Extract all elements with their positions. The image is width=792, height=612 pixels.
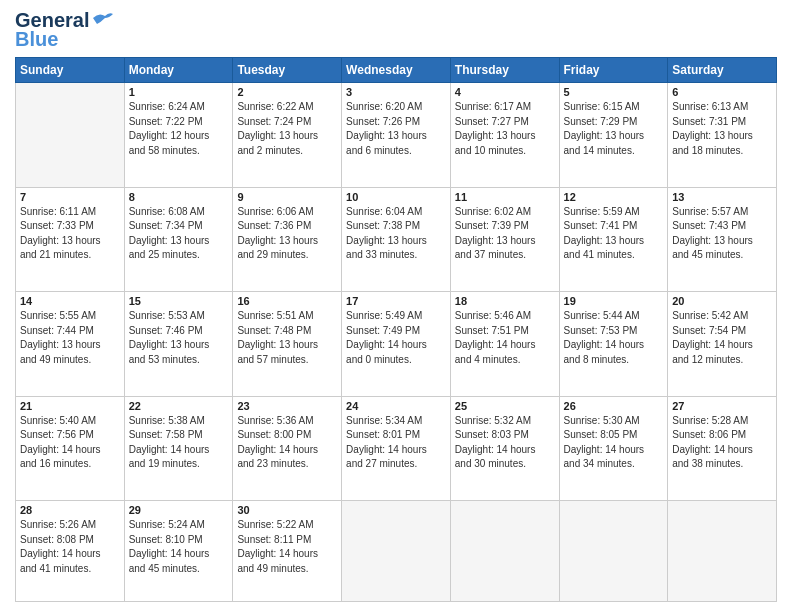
calendar-cell: 27Sunrise: 5:28 AM Sunset: 8:06 PM Dayli…: [668, 396, 777, 501]
calendar-cell: 3Sunrise: 6:20 AM Sunset: 7:26 PM Daylig…: [342, 83, 451, 188]
day-info: Sunrise: 5:51 AM Sunset: 7:48 PM Dayligh…: [237, 309, 337, 367]
day-info: Sunrise: 5:53 AM Sunset: 7:46 PM Dayligh…: [129, 309, 229, 367]
day-number: 30: [237, 504, 337, 516]
calendar-cell: 19Sunrise: 5:44 AM Sunset: 7:53 PM Dayli…: [559, 292, 668, 397]
calendar-cell: 6Sunrise: 6:13 AM Sunset: 7:31 PM Daylig…: [668, 83, 777, 188]
day-info: Sunrise: 5:22 AM Sunset: 8:11 PM Dayligh…: [237, 518, 337, 576]
day-number: 28: [20, 504, 120, 516]
calendar-table: SundayMondayTuesdayWednesdayThursdayFrid…: [15, 57, 777, 602]
day-info: Sunrise: 5:49 AM Sunset: 7:49 PM Dayligh…: [346, 309, 446, 367]
day-info: Sunrise: 5:26 AM Sunset: 8:08 PM Dayligh…: [20, 518, 120, 576]
calendar-cell: [16, 83, 125, 188]
calendar-week-4: 21Sunrise: 5:40 AM Sunset: 7:56 PM Dayli…: [16, 396, 777, 501]
day-number: 6: [672, 86, 772, 98]
day-number: 19: [564, 295, 664, 307]
calendar-cell: 1Sunrise: 6:24 AM Sunset: 7:22 PM Daylig…: [124, 83, 233, 188]
day-info: Sunrise: 6:24 AM Sunset: 7:22 PM Dayligh…: [129, 100, 229, 158]
day-info: Sunrise: 6:13 AM Sunset: 7:31 PM Dayligh…: [672, 100, 772, 158]
calendar-cell: 4Sunrise: 6:17 AM Sunset: 7:27 PM Daylig…: [450, 83, 559, 188]
day-info: Sunrise: 5:32 AM Sunset: 8:03 PM Dayligh…: [455, 414, 555, 472]
weekday-header-thursday: Thursday: [450, 58, 559, 83]
calendar-cell: 26Sunrise: 5:30 AM Sunset: 8:05 PM Dayli…: [559, 396, 668, 501]
day-info: Sunrise: 5:55 AM Sunset: 7:44 PM Dayligh…: [20, 309, 120, 367]
calendar-week-1: 1Sunrise: 6:24 AM Sunset: 7:22 PM Daylig…: [16, 83, 777, 188]
weekday-header-friday: Friday: [559, 58, 668, 83]
calendar-cell: 16Sunrise: 5:51 AM Sunset: 7:48 PM Dayli…: [233, 292, 342, 397]
calendar-cell: 24Sunrise: 5:34 AM Sunset: 8:01 PM Dayli…: [342, 396, 451, 501]
calendar-cell: 7Sunrise: 6:11 AM Sunset: 7:33 PM Daylig…: [16, 187, 125, 292]
day-number: 15: [129, 295, 229, 307]
weekday-header-saturday: Saturday: [668, 58, 777, 83]
day-number: 23: [237, 400, 337, 412]
day-info: Sunrise: 5:59 AM Sunset: 7:41 PM Dayligh…: [564, 205, 664, 263]
day-info: Sunrise: 5:30 AM Sunset: 8:05 PM Dayligh…: [564, 414, 664, 472]
day-number: 16: [237, 295, 337, 307]
calendar-cell: 11Sunrise: 6:02 AM Sunset: 7:39 PM Dayli…: [450, 187, 559, 292]
day-info: Sunrise: 6:02 AM Sunset: 7:39 PM Dayligh…: [455, 205, 555, 263]
calendar-cell: 5Sunrise: 6:15 AM Sunset: 7:29 PM Daylig…: [559, 83, 668, 188]
day-number: 29: [129, 504, 229, 516]
day-number: 9: [237, 191, 337, 203]
calendar-cell: 17Sunrise: 5:49 AM Sunset: 7:49 PM Dayli…: [342, 292, 451, 397]
day-info: Sunrise: 5:36 AM Sunset: 8:00 PM Dayligh…: [237, 414, 337, 472]
calendar-week-2: 7Sunrise: 6:11 AM Sunset: 7:33 PM Daylig…: [16, 187, 777, 292]
day-info: Sunrise: 5:34 AM Sunset: 8:01 PM Dayligh…: [346, 414, 446, 472]
day-info: Sunrise: 5:24 AM Sunset: 8:10 PM Dayligh…: [129, 518, 229, 576]
weekday-header-tuesday: Tuesday: [233, 58, 342, 83]
day-number: 3: [346, 86, 446, 98]
day-number: 12: [564, 191, 664, 203]
day-info: Sunrise: 6:04 AM Sunset: 7:38 PM Dayligh…: [346, 205, 446, 263]
day-info: Sunrise: 6:11 AM Sunset: 7:33 PM Dayligh…: [20, 205, 120, 263]
calendar-cell: 20Sunrise: 5:42 AM Sunset: 7:54 PM Dayli…: [668, 292, 777, 397]
header: General Blue: [15, 10, 777, 51]
day-number: 17: [346, 295, 446, 307]
day-number: 7: [20, 191, 120, 203]
logo-bird-icon: [91, 10, 113, 26]
calendar-week-5: 28Sunrise: 5:26 AM Sunset: 8:08 PM Dayli…: [16, 501, 777, 602]
calendar-cell: 25Sunrise: 5:32 AM Sunset: 8:03 PM Dayli…: [450, 396, 559, 501]
page: General Blue SundayMondayTuesdayWednesda…: [0, 0, 792, 612]
day-number: 14: [20, 295, 120, 307]
calendar-cell: 12Sunrise: 5:59 AM Sunset: 7:41 PM Dayli…: [559, 187, 668, 292]
calendar-cell: 23Sunrise: 5:36 AM Sunset: 8:00 PM Dayli…: [233, 396, 342, 501]
day-info: Sunrise: 6:22 AM Sunset: 7:24 PM Dayligh…: [237, 100, 337, 158]
day-info: Sunrise: 5:28 AM Sunset: 8:06 PM Dayligh…: [672, 414, 772, 472]
day-info: Sunrise: 6:15 AM Sunset: 7:29 PM Dayligh…: [564, 100, 664, 158]
day-number: 20: [672, 295, 772, 307]
day-info: Sunrise: 5:46 AM Sunset: 7:51 PM Dayligh…: [455, 309, 555, 367]
day-number: 2: [237, 86, 337, 98]
day-number: 13: [672, 191, 772, 203]
calendar-cell: 15Sunrise: 5:53 AM Sunset: 7:46 PM Dayli…: [124, 292, 233, 397]
day-info: Sunrise: 6:20 AM Sunset: 7:26 PM Dayligh…: [346, 100, 446, 158]
calendar-cell: 30Sunrise: 5:22 AM Sunset: 8:11 PM Dayli…: [233, 501, 342, 602]
calendar-cell: 13Sunrise: 5:57 AM Sunset: 7:43 PM Dayli…: [668, 187, 777, 292]
calendar-cell: 14Sunrise: 5:55 AM Sunset: 7:44 PM Dayli…: [16, 292, 125, 397]
weekday-header-sunday: Sunday: [16, 58, 125, 83]
calendar-cell: [559, 501, 668, 602]
calendar-week-3: 14Sunrise: 5:55 AM Sunset: 7:44 PM Dayli…: [16, 292, 777, 397]
day-number: 1: [129, 86, 229, 98]
day-info: Sunrise: 6:06 AM Sunset: 7:36 PM Dayligh…: [237, 205, 337, 263]
calendar-cell: 28Sunrise: 5:26 AM Sunset: 8:08 PM Dayli…: [16, 501, 125, 602]
day-info: Sunrise: 5:38 AM Sunset: 7:58 PM Dayligh…: [129, 414, 229, 472]
day-number: 11: [455, 191, 555, 203]
calendar-cell: 8Sunrise: 6:08 AM Sunset: 7:34 PM Daylig…: [124, 187, 233, 292]
calendar-cell: 9Sunrise: 6:06 AM Sunset: 7:36 PM Daylig…: [233, 187, 342, 292]
day-number: 18: [455, 295, 555, 307]
day-info: Sunrise: 6:08 AM Sunset: 7:34 PM Dayligh…: [129, 205, 229, 263]
calendar-cell: 10Sunrise: 6:04 AM Sunset: 7:38 PM Dayli…: [342, 187, 451, 292]
day-number: 10: [346, 191, 446, 203]
day-number: 27: [672, 400, 772, 412]
day-info: Sunrise: 5:57 AM Sunset: 7:43 PM Dayligh…: [672, 205, 772, 263]
logo-blue: Blue: [15, 28, 58, 51]
calendar-cell: [450, 501, 559, 602]
calendar-cell: [668, 501, 777, 602]
day-number: 25: [455, 400, 555, 412]
day-info: Sunrise: 5:42 AM Sunset: 7:54 PM Dayligh…: [672, 309, 772, 367]
day-number: 5: [564, 86, 664, 98]
day-info: Sunrise: 5:44 AM Sunset: 7:53 PM Dayligh…: [564, 309, 664, 367]
weekday-header-monday: Monday: [124, 58, 233, 83]
day-info: Sunrise: 5:40 AM Sunset: 7:56 PM Dayligh…: [20, 414, 120, 472]
day-number: 8: [129, 191, 229, 203]
weekday-header-wednesday: Wednesday: [342, 58, 451, 83]
